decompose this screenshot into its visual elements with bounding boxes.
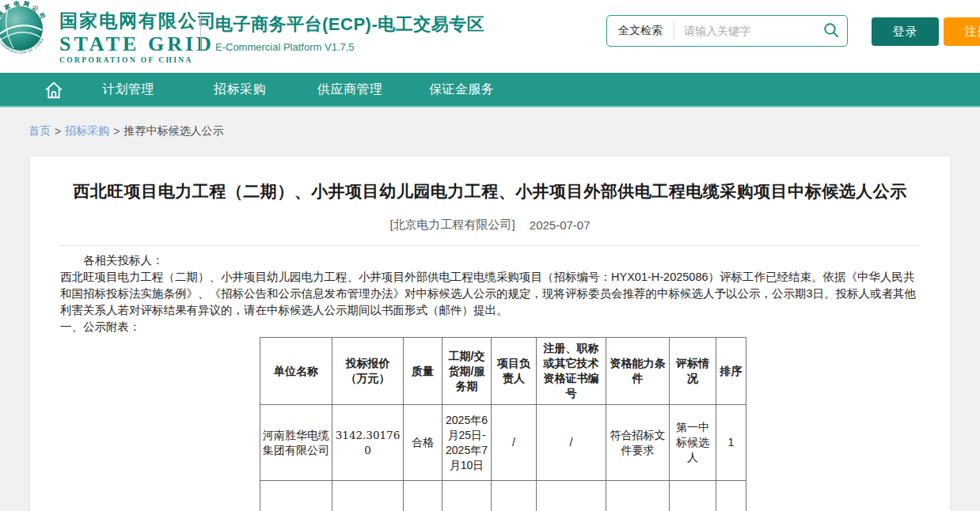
nav-item-supplier-management[interactable]: 供应商管理 <box>317 73 383 106</box>
nav-item-deposit-service[interactable]: 保证金服务 <box>429 73 495 106</box>
register-button[interactable]: 注册 <box>944 17 980 46</box>
header-divider <box>200 15 201 50</box>
search-button[interactable] <box>815 16 847 46</box>
org-name-block: 国家电网有限公司 STATE GRID CORPORATION OF CHINA <box>59 9 218 64</box>
table-header-row: 单位名称 投标报价（万元） 质量 工期/交货期/服务期 项目负责人 注册、职称或… <box>260 338 746 405</box>
state-grid-logo: 国家电网公司 GRID CORPORATION OF CHINA <box>0 0 51 59</box>
breadcrumb-bidding-link[interactable]: 招标采购 <box>65 124 109 138</box>
cell-bid-price: 3142.301760 <box>332 405 404 481</box>
search-input[interactable] <box>674 25 815 37</box>
col-header-rank: 排序 <box>716 338 746 405</box>
announcement-title: 西北旺项目电力工程（二期）、小井项目幼儿园电力工程、小井项目外部供电工程电缆采购… <box>30 157 950 210</box>
publish-date: 2025-07-07 <box>530 218 591 232</box>
nav-item-bidding-procurement[interactable]: 招标采购 <box>214 73 266 106</box>
announcement-paragraph: 西北旺项目电力工程（二期）、小井项目幼儿园电力工程、小井项目外部供电工程电缆采购… <box>60 269 920 319</box>
breadcrumb-home-link[interactable]: 首页 <box>28 124 51 138</box>
announcement-card: 西北旺项目电力工程（二期）、小井项目幼儿园电力工程、小井项目外部供电工程电缆采购… <box>29 156 951 511</box>
col-header-quality: 质量 <box>404 338 443 405</box>
cell-rank: 1 <box>716 405 746 481</box>
org-name-en: STATE GRID <box>59 34 218 55</box>
breadcrumb-current-page: 推荐中标候选人公示 <box>123 124 223 138</box>
home-icon[interactable] <box>44 80 64 100</box>
cell-qualification: 符合招标文件要求 <box>606 405 670 481</box>
col-header-unit-name: 单位名称 <box>260 338 332 405</box>
platform-title-block: 电子商务平台(ECP)-电工交易专区 E-Commercial Platform… <box>215 13 484 53</box>
page-header: 国家电网公司 GRID CORPORATION OF CHINA 国家电网有限公… <box>0 0 980 73</box>
breadcrumb-separator: > <box>55 125 61 138</box>
org-name-cn: 国家电网有限公司 <box>59 9 218 33</box>
col-header-evaluation: 评标情况 <box>670 338 716 405</box>
cell-quality: 合格 <box>404 405 443 481</box>
breadcrumb: 首页 > 招标采购 > 推荐中标候选人公示 <box>28 124 223 138</box>
search-box: 全文检索 <box>606 15 848 47</box>
platform-subtitle: E-Commercial Platform V1.7.5 <box>215 41 484 53</box>
table-row <box>260 481 746 511</box>
col-header-qualification: 资格能力条件 <box>606 338 670 405</box>
cell-certificate-no: / <box>537 405 606 481</box>
platform-title: 电子商务平台(ECP)-电工交易专区 <box>215 13 484 36</box>
nav-item-plan-management[interactable]: 计划管理 <box>102 73 154 106</box>
candidate-table: 单位名称 投标报价（万元） 质量 工期/交货期/服务期 项目负责人 注册、职称或… <box>260 337 746 511</box>
publisher-name: [北京电力工程有限公司] <box>389 218 515 233</box>
main-nav: 计划管理 招标采购 供应商管理 保证金服务 <box>0 73 980 108</box>
cell-unit-name: 河南胜华电缆集团有限公司 <box>260 405 332 481</box>
section-label: 一、公示附表： <box>60 319 920 335</box>
cell-duration: 2025年6月25日-2025年7月10日 <box>443 405 492 481</box>
cell-evaluation: 第一中标候选人 <box>670 405 716 481</box>
announcement-meta: [北京电力工程有限公司] 2025-07-07 <box>30 217 950 233</box>
breadcrumb-separator: > <box>113 125 120 138</box>
cell-project-leader: / <box>492 405 537 481</box>
announcement-body: 各相关投标人： 西北旺项目电力工程（二期）、小井项目幼儿园电力工程、小井项目外部… <box>60 252 920 335</box>
col-header-bid-price: 投标报价（万元） <box>332 338 404 405</box>
search-icon <box>822 21 840 41</box>
table-row: 河南胜华电缆集团有限公司 3142.301760 合格 2025年6月25日-2… <box>260 405 746 481</box>
salutation-text: 各相关投标人： <box>60 252 920 269</box>
search-scope-label[interactable]: 全文检索 <box>607 24 674 38</box>
col-header-certificate-no: 注册、职称或其它技术资格证书编号 <box>537 338 606 405</box>
dotted-divider <box>60 245 920 246</box>
org-name-en-sub: CORPORATION OF CHINA <box>59 56 218 64</box>
col-header-duration: 工期/交货期/服务期 <box>443 338 492 405</box>
col-header-project-leader: 项目负责人 <box>492 338 537 405</box>
login-button[interactable]: 登录 <box>872 17 939 46</box>
